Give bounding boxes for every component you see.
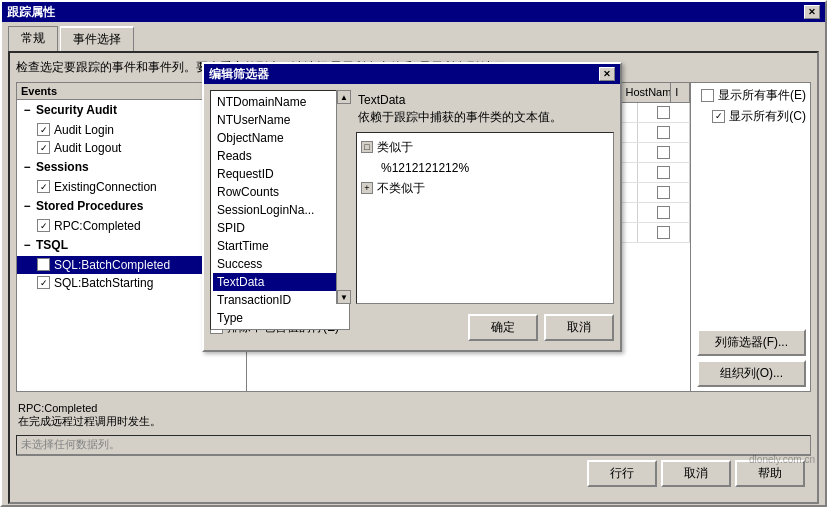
dialog-buttons: 确定 取消	[468, 314, 614, 341]
checkbox-rpc-completed[interactable]	[37, 219, 50, 232]
dialog-list-container: NTDomainName NTUserName ObjectName Reads…	[210, 90, 350, 304]
dialog-title-bar: 编辑筛选器 ✕	[204, 64, 620, 84]
event-label: SQL:BatchStarting	[54, 276, 153, 290]
dialog-close-button[interactable]: ✕	[599, 67, 615, 81]
event-label: SQL:BatchCompleted	[54, 258, 170, 272]
cell-checkbox[interactable]	[657, 106, 670, 119]
list-item-ntuser[interactable]: NTUserName	[213, 111, 347, 129]
col-header-8: I	[671, 83, 690, 102]
filter-dialog: 编辑筛选器 ✕ NTDomainName NTUserName ObjectNa…	[202, 62, 622, 352]
status-bar: 未选择任何数据列。	[16, 435, 811, 455]
category-label: Security Audit	[36, 103, 117, 117]
checkbox-existing-connection[interactable]	[37, 180, 50, 193]
title-bar-buttons: ✕	[804, 5, 820, 19]
scroll-down-arrow[interactable]: ▼	[337, 290, 351, 304]
list-item-requestid[interactable]: RequestID	[213, 165, 347, 183]
expand-unlike-icon[interactable]: +	[361, 182, 373, 194]
bottom-info-text: RPC:Completed 在完成远程过程调用时发生。	[16, 400, 811, 431]
filter-unlike-row: + 不类似于	[361, 178, 609, 199]
expand-like-icon[interactable]: □	[361, 141, 373, 153]
cancel-button[interactable]: 取消	[661, 460, 731, 487]
tab-general[interactable]: 常规	[8, 26, 58, 51]
list-item-success[interactable]: Success	[213, 255, 347, 273]
filter-unlike-label: 不类似于	[377, 180, 425, 197]
show-all-events-checkbox[interactable]	[701, 89, 714, 102]
category-dash: －	[21, 102, 33, 119]
filter-like-value[interactable]: %1212121212%	[361, 160, 489, 176]
filter-like-label: 类似于	[377, 139, 413, 156]
event-label: ExistingConnection	[54, 180, 157, 194]
category-label: Sessions	[36, 160, 89, 174]
bottom-info-area: RPC:Completed 在完成远程过程调用时发生。 未选择任何数据列。	[16, 396, 811, 455]
show-all-cols-label: 显示所有列(C)	[729, 108, 806, 125]
tab-bar: 常规 事件选择	[8, 26, 819, 51]
run-button[interactable]: 行行	[587, 460, 657, 487]
category-dash: －	[21, 159, 33, 176]
category-label: TSQL	[36, 238, 68, 252]
category-dash: －	[21, 237, 33, 254]
filter-area: □ 类似于 %1212121212% + 不类似于	[356, 132, 614, 304]
filter-value-row: %1212121212%	[361, 158, 609, 178]
list-item-sessionlogin[interactable]: SessionLoginNa...	[213, 201, 347, 219]
scroll-up-arrow[interactable]: ▲	[337, 90, 351, 104]
event-label: Audit Login	[54, 123, 114, 137]
title-bar: 跟踪属性 ✕	[2, 2, 825, 22]
footer-buttons: 行行 取消 帮助	[16, 455, 811, 491]
cell-checkbox[interactable]	[657, 186, 670, 199]
show-all-events-label: 显示所有事件(E)	[718, 87, 806, 104]
bottom-area: RPC:Completed 在完成远程过程调用时发生。 未选择任何数据列。	[16, 396, 811, 455]
category-label: Stored Procedures	[36, 199, 143, 213]
dialog-ok-button[interactable]: 确定	[468, 314, 538, 341]
main-window: 跟踪属性 ✕ 常规 事件选择 检查选定要跟踪的事件和事件列。要查看完整列表，请选…	[0, 0, 827, 507]
cell-checkbox[interactable]	[657, 166, 670, 179]
col-header-7: HostName	[622, 83, 672, 102]
dialog-right-panel: TextData 依赖于跟踪中捕获的事件类的文本值。 □ 类似于 %121212…	[356, 90, 614, 304]
list-item-ntdomain[interactable]: NTDomainName	[213, 93, 347, 111]
watermark: dlonely.com.cn	[749, 454, 815, 465]
show-all-cols-checkbox[interactable]	[712, 110, 725, 123]
tab-event-select[interactable]: 事件选择	[60, 26, 134, 51]
checkbox-sql-batch-completed[interactable]	[37, 258, 50, 271]
list-item-textdata[interactable]: TextData	[213, 273, 347, 291]
action-buttons: 列筛选器(F)... 组织列(O)...	[697, 329, 806, 387]
cell-checkbox[interactable]	[657, 146, 670, 159]
scrollbar[interactable]: ▲ ▼	[336, 90, 350, 304]
show-all-cols-option: 显示所有列(C)	[712, 108, 806, 125]
col-filter-button[interactable]: 列筛选器(F)...	[697, 329, 806, 356]
dialog-body: NTDomainName NTUserName ObjectName Reads…	[204, 84, 620, 310]
event-label: Audit Logout	[54, 141, 121, 155]
dialog-cancel-button[interactable]: 取消	[544, 314, 614, 341]
show-all-events-option: 显示所有事件(E)	[701, 87, 806, 104]
checkbox-audit-login[interactable]	[37, 123, 50, 136]
window-title: 跟踪属性	[7, 4, 55, 21]
category-dash: －	[21, 198, 33, 215]
list-item-objectname[interactable]: ObjectName	[213, 129, 347, 147]
dialog-field-desc: TextData 依赖于跟踪中捕获的事件类的文本值。	[356, 90, 614, 128]
right-panel: 显示所有事件(E) 显示所有列(C) 列筛选器(F)... 组织列(O)...	[690, 83, 810, 391]
group-by-button[interactable]: 组织列(O)...	[697, 360, 806, 387]
dialog-title-text: 编辑筛选器	[209, 66, 269, 83]
list-item-reads[interactable]: Reads	[213, 147, 347, 165]
list-item-rowcounts[interactable]: RowCounts	[213, 183, 347, 201]
list-item-starttime[interactable]: StartTime	[213, 237, 347, 255]
cell-checkbox[interactable]	[657, 206, 670, 219]
dialog-list[interactable]: NTDomainName NTUserName ObjectName Reads…	[210, 90, 350, 330]
cell-checkbox[interactable]	[657, 126, 670, 139]
close-button[interactable]: ✕	[804, 5, 820, 19]
list-item-spid[interactable]: SPID	[213, 219, 347, 237]
filter-like-row: □ 类似于	[361, 137, 609, 158]
event-label: RPC:Completed	[54, 219, 141, 233]
cell-checkbox[interactable]	[657, 226, 670, 239]
list-item-transactionid[interactable]: TransactionID	[213, 291, 347, 309]
list-item-type[interactable]: Type	[213, 309, 347, 327]
checkbox-sql-batch-starting[interactable]	[37, 276, 50, 289]
checkbox-audit-logout[interactable]	[37, 141, 50, 154]
